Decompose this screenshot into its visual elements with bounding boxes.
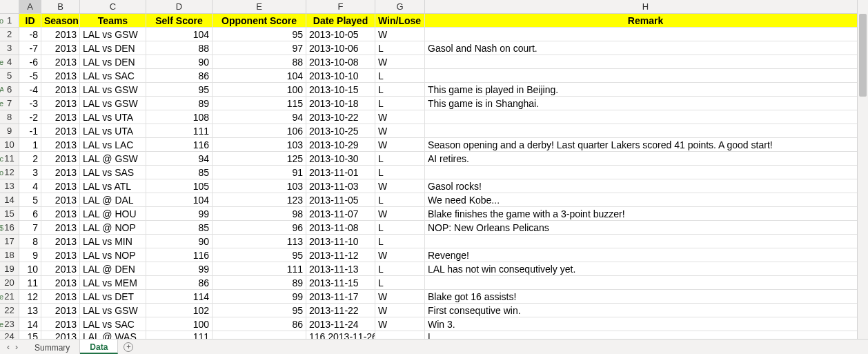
row-header-17[interactable]: 17 <box>0 235 19 248</box>
cell-D24[interactable]: 111 <box>146 331 213 339</box>
row-header-3[interactable]: 3 <box>0 41 19 55</box>
cell-G2[interactable]: W <box>375 28 425 41</box>
cell-A14[interactable]: 5 <box>19 193 41 207</box>
cell-G9[interactable]: W <box>375 124 425 138</box>
cell-G4[interactable]: W <box>375 55 425 69</box>
cell-A22[interactable]: 13 <box>19 304 41 317</box>
sheet-tab-summary[interactable]: Summary <box>25 340 80 354</box>
row-header-15[interactable]: 15 <box>0 207 19 221</box>
cell-G18[interactable]: W <box>375 248 425 262</box>
cell-A11[interactable]: 2 <box>19 152 41 166</box>
cell-H9[interactable] <box>425 124 857 138</box>
cell-D17[interactable]: 90 <box>146 235 213 248</box>
cell-D21[interactable]: 114 <box>146 290 213 304</box>
cell-F20[interactable]: 2013-11-15 <box>306 276 375 290</box>
cell-B18[interactable]: 2013 <box>41 248 80 262</box>
cell-H8[interactable] <box>425 110 857 124</box>
cell-G6[interactable]: L <box>375 83 425 97</box>
cell-A3[interactable]: -7 <box>19 41 41 55</box>
cell-E22[interactable]: 95 <box>213 304 306 317</box>
cell-C14[interactable]: LAL @ DAL <box>80 193 146 207</box>
cell-E20[interactable]: 89 <box>213 276 306 290</box>
column-header-F[interactable]: F <box>306 0 375 14</box>
cell-F9[interactable]: 2013-10-25 <box>306 124 375 138</box>
cell-B16[interactable]: 2013 <box>41 221 80 235</box>
cell-A5[interactable]: -5 <box>19 69 41 83</box>
cell-A23[interactable]: 14 <box>19 317 41 331</box>
sheet-tab-data[interactable]: Data <box>80 340 118 354</box>
cell-B4[interactable]: 2013 <box>41 55 80 69</box>
cell-F8[interactable]: 2013-10-22 <box>306 110 375 124</box>
cell-F14[interactable]: 2013-11-05 <box>306 193 375 207</box>
cell-E23[interactable]: 86 <box>213 317 306 331</box>
cell-D22[interactable]: 102 <box>146 304 213 317</box>
cell-F23[interactable]: 2013-11-24 <box>306 317 375 331</box>
cell-A13[interactable]: 4 <box>19 179 41 193</box>
cell-H10[interactable]: Season opening and a derby! Last quarter… <box>425 138 857 152</box>
cell-H13[interactable]: Gasol rocks! <box>425 179 857 193</box>
cell-G24[interactable] <box>375 331 425 339</box>
cell-C18[interactable]: LAL vs NOP <box>80 248 146 262</box>
cell-H11[interactable]: AI retires. <box>425 152 857 166</box>
cell-D15[interactable]: 99 <box>146 207 213 221</box>
cell-D4[interactable]: 90 <box>146 55 213 69</box>
cell-F12[interactable]: 2013-11-01 <box>306 166 375 179</box>
cell-F13[interactable]: 2013-11-03 <box>306 179 375 193</box>
cell-A6[interactable]: -4 <box>19 83 41 97</box>
column-header-D[interactable]: D <box>146 0 213 14</box>
cell-C13[interactable]: LAL vs ATL <box>80 179 146 193</box>
cell-D10[interactable]: 116 <box>146 138 213 152</box>
cell-E7[interactable]: 115 <box>213 97 306 110</box>
cell-B21[interactable]: 2013 <box>41 290 80 304</box>
column-header-H[interactable]: H <box>425 0 857 14</box>
cell-E8[interactable]: 94 <box>213 110 306 124</box>
cell-F4[interactable]: 2013-10-08 <box>306 55 375 69</box>
cell-B15[interactable]: 2013 <box>41 207 80 221</box>
cell-E2[interactable]: 95 <box>213 28 306 41</box>
cell-H12[interactable] <box>425 166 857 179</box>
cell-C21[interactable]: LAL vs DET <box>80 290 146 304</box>
cell-B10[interactable]: 2013 <box>41 138 80 152</box>
cell-D3[interactable]: 88 <box>146 41 213 55</box>
row-header-8[interactable]: 8 <box>0 110 19 124</box>
row-header-22[interactable]: 22 <box>0 304 19 317</box>
cell-B14[interactable]: 2013 <box>41 193 80 207</box>
cell-B19[interactable]: 2013 <box>41 262 80 276</box>
cell-G22[interactable]: W <box>375 304 425 317</box>
cell-A8[interactable]: -2 <box>19 110 41 124</box>
cell-G15[interactable]: W <box>375 207 425 221</box>
cell-H7[interactable]: This game is in Shanghai. <box>425 97 857 110</box>
cell-D13[interactable]: 105 <box>146 179 213 193</box>
cell-A17[interactable]: 8 <box>19 235 41 248</box>
cell-B6[interactable]: 2013 <box>41 83 80 97</box>
cell-F21[interactable]: 2013-11-17 <box>306 290 375 304</box>
cell-D19[interactable]: 99 <box>146 262 213 276</box>
column-header-B[interactable]: B <box>41 0 80 14</box>
cell-G12[interactable]: L <box>375 166 425 179</box>
cell-G19[interactable]: L <box>375 262 425 276</box>
row-header-20[interactable]: 20 <box>0 276 19 290</box>
cell-B3[interactable]: 2013 <box>41 41 80 55</box>
cell-E5[interactable]: 104 <box>213 69 306 83</box>
cell-F7[interactable]: 2013-10-18 <box>306 97 375 110</box>
cell-G20[interactable]: L <box>375 276 425 290</box>
cell-G11[interactable]: L <box>375 152 425 166</box>
cell-C6[interactable]: LAL vs GSW <box>80 83 146 97</box>
new-sheet-button[interactable]: + <box>118 340 139 354</box>
cell-H4[interactable] <box>425 55 857 69</box>
cell-D11[interactable]: 94 <box>146 152 213 166</box>
cell-F15[interactable]: 2013-11-07 <box>306 207 375 221</box>
row-header-19[interactable]: 19 <box>0 262 19 276</box>
row-header-24[interactable]: 24 <box>0 331 19 339</box>
cell-H5[interactable] <box>425 69 857 83</box>
cell-A20[interactable]: 11 <box>19 276 41 290</box>
header-cell-F[interactable]: Date Played <box>306 14 375 28</box>
cell-C15[interactable]: LAL @ HOU <box>80 207 146 221</box>
cell-A24[interactable]: 15 <box>19 331 41 339</box>
cell-B23[interactable]: 2013 <box>41 317 80 331</box>
row-header-16[interactable]: 16 <box>0 221 19 235</box>
cell-G16[interactable]: L <box>375 221 425 235</box>
cell-D16[interactable]: 85 <box>146 221 213 235</box>
cell-F22[interactable]: 2013-11-22 <box>306 304 375 317</box>
row-header-7[interactable]: 7 <box>0 97 19 110</box>
